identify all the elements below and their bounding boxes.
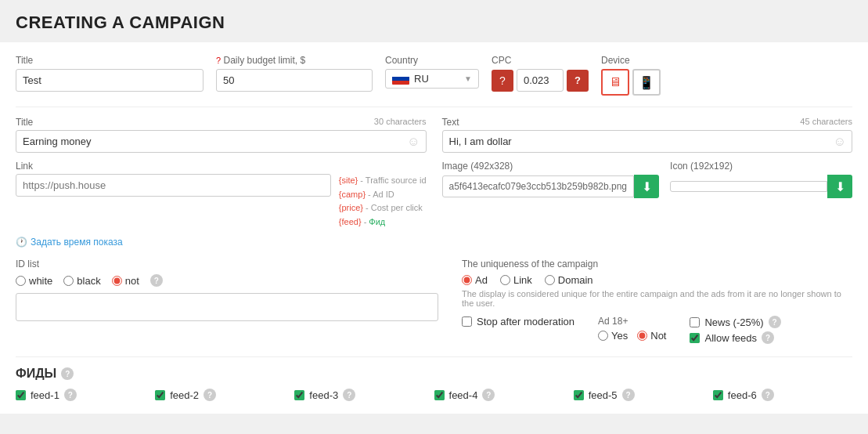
ad-text-input-wrap: ☺ [442, 130, 853, 153]
ad18-not-radio[interactable] [637, 331, 647, 341]
mobile-icon: 📱 [639, 75, 654, 90]
allow-feeds-help-icon[interactable]: ? [762, 331, 774, 344]
feeds-help-icon[interactable]: ? [61, 367, 74, 380]
id-list-radios: white black not ? [16, 274, 438, 287]
cpc-input[interactable] [517, 69, 564, 92]
news-label: News (-25%) [704, 316, 763, 328]
ad18-label: Ad 18+ [598, 316, 666, 327]
uniqueness-ad[interactable]: Ad [462, 274, 488, 286]
id-list-help-icon[interactable]: ? [150, 274, 163, 287]
feed-item-6: feed-6 ? [713, 389, 852, 401]
ad-details-row: Title 30 characters ☺ Link {site} - Traf… [16, 117, 852, 248]
ad18-not[interactable]: Not [637, 330, 666, 342]
id-list-group: ID list white black not ? [16, 259, 438, 324]
right-col: Text 45 characters ☺ Image (492x328) a5f… [442, 117, 853, 248]
cpc-question-btn[interactable]: ? [492, 70, 513, 92]
feed-3-help-icon[interactable]: ? [343, 389, 355, 401]
allow-feeds-label: Allow feeds [704, 332, 756, 344]
main-content: Title ? Daily budget limit, $ Country RU… [0, 42, 868, 414]
cpc-label: CPC [492, 55, 589, 66]
link-group: Link {site} - Traffic source id {camp} -… [16, 161, 427, 229]
feed-1-help-icon[interactable]: ? [64, 389, 77, 401]
link-input[interactable] [16, 174, 331, 197]
title-main-input[interactable] [16, 69, 203, 92]
feed-3-checkbox[interactable] [294, 390, 304, 400]
id-list-not-radio[interactable] [112, 276, 122, 286]
ad-title-group: Title 30 characters ☺ [16, 117, 427, 153]
download-icon: ⬇ [642, 179, 652, 194]
feed-1-checkbox[interactable] [16, 390, 26, 400]
uniqueness-ad-radio[interactable] [462, 275, 472, 285]
stop-moderation-check[interactable]: Stop after moderation [462, 316, 574, 327]
country-code: RU [414, 73, 429, 85]
icon-download-icon: ⬇ [835, 179, 845, 194]
news-group: News (-25%) ? Allow feeds ? [690, 316, 780, 344]
feed-item-2: feed-2 ? [155, 389, 294, 401]
feed-3-label: feed-3 [309, 389, 338, 401]
feed-2-help-icon[interactable]: ? [203, 389, 216, 401]
ad18-radios: Yes Not [598, 330, 666, 342]
allow-feeds-item: Allow feeds ? [690, 331, 780, 344]
ad-text-chars: 45 characters [800, 117, 852, 128]
device-desktop-btn[interactable]: 🖥 [601, 69, 629, 96]
feed-2-checkbox[interactable] [155, 390, 165, 400]
budget-help-icon: ? [216, 56, 221, 65]
allow-feeds-checkbox[interactable] [690, 333, 700, 343]
budget-label: ? Daily budget limit, $ [216, 55, 373, 66]
clock-icon: 🕐 [16, 237, 27, 248]
uniqueness-radios: Ad Link Domain [462, 274, 852, 286]
news-help-icon[interactable]: ? [769, 316, 781, 328]
news-checkbox[interactable] [690, 317, 700, 327]
image-upload-btn[interactable]: ⬇ [634, 175, 659, 198]
uniqueness-link[interactable]: Link [500, 274, 532, 286]
feed-5-checkbox[interactable] [574, 390, 584, 400]
feed-4-checkbox[interactable] [434, 390, 445, 400]
divider-1 [16, 107, 852, 107]
icon-input-row: ⬇ [670, 175, 852, 198]
feed-item-1: feed-1 ? [16, 389, 155, 401]
desktop-icon: 🖥 [609, 75, 621, 89]
id-list-white[interactable]: white [16, 275, 52, 287]
uniqueness-link-radio[interactable] [500, 275, 510, 285]
stop-moderation-group: Stop after moderation [462, 316, 574, 327]
moderation-row: Stop after moderation Ad 18+ Yes Not [462, 316, 852, 344]
bottom-left: ID list white black not ? [16, 259, 438, 344]
feed-5-help-icon[interactable]: ? [622, 389, 635, 401]
ad-text-input[interactable] [442, 130, 853, 153]
device-buttons: 🖥 📱 [601, 69, 661, 96]
cpc-help-btn[interactable]: ? [567, 70, 589, 92]
uniqueness-label: The uniqueness of the campaign [462, 259, 852, 269]
country-chevron-icon: ▼ [464, 74, 472, 83]
top-row: Title ? Daily budget limit, $ Country RU… [16, 55, 852, 96]
show-time-link[interactable]: 🕐 Задать время показа [16, 237, 427, 248]
country-select-wrapper[interactable]: RU ▼ [385, 69, 479, 89]
stop-moderation-checkbox[interactable] [462, 316, 472, 327]
ad18-yes-radio[interactable] [598, 331, 608, 341]
id-list-not[interactable]: not [112, 275, 139, 287]
icon-upload-btn[interactable]: ⬇ [827, 175, 852, 198]
feed-6-checkbox[interactable] [713, 390, 723, 400]
ad18-yes[interactable]: Yes [598, 330, 628, 342]
feed-item-5: feed-5 ? [574, 389, 713, 401]
text-emoji-icon[interactable]: ☺ [834, 135, 846, 149]
uniqueness-domain-radio[interactable] [545, 275, 555, 285]
title-emoji-icon[interactable]: ☺ [407, 135, 420, 149]
id-list-black[interactable]: black [63, 275, 100, 287]
id-list-white-radio[interactable] [16, 276, 26, 286]
uniqueness-domain[interactable]: Domain [545, 274, 593, 286]
budget-input[interactable] [216, 69, 373, 92]
title-main-label: Title [16, 55, 203, 66]
feed-4-help-icon[interactable]: ? [482, 389, 495, 401]
page-header: CREATING A CAMPAIGN [0, 0, 868, 42]
feed-4-label: feed-4 [449, 389, 478, 401]
id-list-black-radio[interactable] [63, 276, 74, 286]
device-mobile-btn[interactable]: 📱 [632, 69, 661, 96]
page-title: CREATING A CAMPAIGN [16, 13, 852, 33]
feed-6-help-icon[interactable]: ? [762, 389, 774, 401]
feed-item-3: feed-3 ? [294, 389, 434, 401]
uniqueness-desc: The display is considered unique for the… [462, 289, 852, 308]
ad-title-input[interactable] [16, 130, 427, 153]
feed-item-4: feed-4 ? [434, 389, 574, 401]
left-col: Title 30 characters ☺ Link {site} - Traf… [16, 117, 427, 248]
id-list-textarea[interactable] [16, 293, 438, 321]
